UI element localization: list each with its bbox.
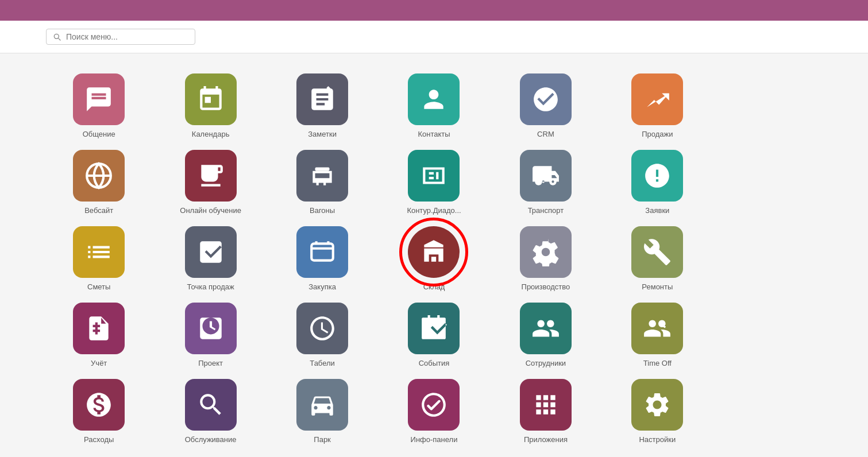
app-icon-timesheets	[296, 303, 348, 354]
app-label-accounting: Учёт	[91, 359, 107, 367]
search-bar	[0, 21, 868, 53]
app-item-website[interactable]: Вебсайт	[46, 147, 152, 218]
app-item-timeoff[interactable]: Time Off	[604, 300, 710, 370]
app-icon-estimates	[73, 226, 125, 278]
app-item-warehouse[interactable]: Склад	[381, 223, 487, 294]
app-icon-fleet	[296, 379, 348, 431]
app-label-fleet: Парк	[314, 435, 331, 444]
app-icon-transport	[520, 150, 572, 202]
top-bar	[0, 0, 868, 21]
app-icon-settings	[631, 379, 683, 431]
app-item-kontur[interactable]: Контур.Диадо...	[381, 147, 487, 218]
app-label-timeoff: Time Off	[643, 359, 672, 367]
app-icon-pos	[185, 226, 237, 278]
app-item-timesheets[interactable]: Табели	[269, 300, 375, 370]
svg-rect-2	[311, 243, 333, 260]
app-icon-accounting	[73, 303, 125, 354]
app-label-purchase: Закупка	[308, 282, 336, 291]
app-label-repairs: Ремонты	[642, 282, 673, 291]
app-label-website: Вебсайт	[84, 206, 113, 215]
app-label-project: Проект	[198, 359, 223, 367]
app-label-calendar: Календарь	[192, 130, 230, 138]
app-item-calendar[interactable]: Календарь	[157, 71, 263, 141]
app-item-notes[interactable]: Заметки	[269, 71, 375, 141]
app-item-manufacture[interactable]: Производство	[493, 223, 599, 294]
app-item-events[interactable]: События	[381, 300, 487, 370]
app-icon-maintenance	[185, 379, 237, 431]
apps-grid: ОбщениеКалендарьЗаметкиКонтактыCRMПродаж…	[0, 53, 868, 457]
app-icon-chat	[73, 73, 125, 125]
app-icon-manufacture	[520, 226, 572, 278]
app-item-employees[interactable]: Сотрудники	[493, 300, 599, 370]
app-label-estimates: Сметы	[87, 282, 110, 291]
app-item-transport[interactable]: Транспорт	[493, 147, 599, 218]
app-icon-purchase	[296, 226, 348, 278]
app-label-contacts: Контакты	[418, 130, 450, 138]
app-item-contacts[interactable]: Контакты	[381, 71, 487, 141]
app-icon-website	[73, 150, 125, 202]
app-icon-requests	[631, 150, 683, 202]
app-icon-apps_menu	[520, 379, 572, 431]
app-item-pos[interactable]: Точка продаж	[157, 223, 263, 294]
app-label-warehouse: Склад	[423, 282, 445, 291]
app-item-purchase[interactable]: Закупка	[269, 223, 375, 294]
app-label-chat: Общение	[83, 130, 115, 138]
app-label-sales: Продажи	[642, 130, 673, 138]
app-label-requests: Заявки	[645, 206, 669, 215]
app-item-apps_menu[interactable]: Приложения	[493, 376, 599, 447]
app-item-settings[interactable]: Настройки	[604, 376, 710, 447]
app-icon-dashboards	[408, 379, 460, 431]
app-item-wagons[interactable]: Вагоны	[269, 147, 375, 218]
app-icon-warehouse	[408, 226, 460, 278]
app-icon-sales	[631, 73, 683, 125]
app-item-chat[interactable]: Общение	[46, 71, 152, 141]
app-label-events: События	[419, 359, 450, 367]
app-icon-contacts	[408, 73, 460, 125]
svg-rect-1	[315, 167, 330, 171]
app-icon-calendar	[185, 73, 237, 125]
app-item-sales[interactable]: Продажи	[604, 71, 710, 141]
app-item-estimates[interactable]: Сметы	[46, 223, 152, 294]
app-label-manufacture: Производство	[522, 282, 570, 291]
app-icon-repairs	[631, 226, 683, 278]
app-item-fleet[interactable]: Парк	[269, 376, 375, 447]
app-label-pos: Точка продаж	[187, 282, 234, 291]
app-icon-notes	[296, 73, 348, 125]
search-input[interactable]	[66, 32, 189, 41]
app-icon-expenses	[73, 379, 125, 431]
app-label-timesheets: Табели	[310, 359, 335, 367]
app-label-wagons: Вагоны	[310, 206, 335, 215]
app-item-project[interactable]: Проект	[157, 300, 263, 370]
app-label-crm: CRM	[537, 130, 554, 138]
app-item-crm[interactable]: CRM	[493, 71, 599, 141]
app-item-accounting[interactable]: Учёт	[46, 300, 152, 370]
app-item-dashboards[interactable]: Инфо-панели	[381, 376, 487, 447]
app-label-kontur: Контур.Диадо...	[407, 206, 461, 215]
app-icon-elearning	[185, 150, 237, 202]
search-icon	[52, 32, 61, 41]
app-icon-kontur	[408, 150, 460, 202]
app-item-elearning[interactable]: Онлайн обучение	[157, 147, 263, 218]
app-label-dashboards: Инфо-панели	[411, 435, 458, 444]
app-icon-crm	[520, 73, 572, 125]
app-icon-wagons	[296, 150, 348, 202]
app-item-maintenance[interactable]: Обслуживание	[157, 376, 263, 447]
app-label-notes: Заметки	[308, 130, 337, 138]
app-item-expenses[interactable]: Расходы	[46, 376, 152, 447]
app-label-settings: Настройки	[639, 435, 676, 444]
app-label-expenses: Расходы	[84, 435, 114, 444]
app-label-transport: Транспорт	[528, 206, 564, 215]
app-icon-project	[185, 303, 237, 354]
app-label-employees: Сотрудники	[526, 359, 566, 367]
app-label-maintenance: Обслуживание	[185, 435, 237, 444]
app-item-requests[interactable]: Заявки	[604, 147, 710, 218]
app-icon-employees	[520, 303, 572, 354]
app-icon-timeoff	[631, 303, 683, 354]
app-icon-events	[408, 303, 460, 354]
app-label-apps_menu: Приложения	[524, 435, 568, 444]
app-label-elearning: Онлайн обучение	[180, 206, 241, 215]
app-item-repairs[interactable]: Ремонты	[604, 223, 710, 294]
